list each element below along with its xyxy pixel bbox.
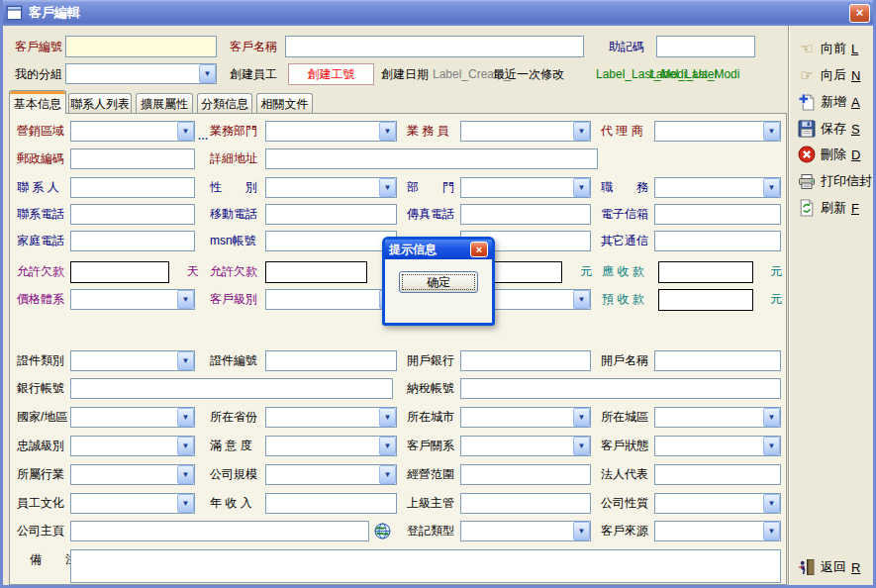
receivable-input[interactable]: [658, 261, 753, 283]
chevron-down-icon[interactable]: ▼: [177, 437, 194, 455]
refresh-button[interactable]: 刷新F: [796, 197, 861, 219]
customer-source-combo[interactable]: ▼: [654, 521, 781, 541]
fax-input[interactable]: [460, 204, 591, 225]
save-button[interactable]: 保存S: [796, 118, 862, 140]
chevron-down-icon[interactable]: ▼: [763, 178, 780, 197]
next-button[interactable]: ☞ 向后N: [796, 64, 862, 86]
district-combo[interactable]: ▼: [654, 407, 781, 428]
tax-account-input[interactable]: [460, 378, 781, 399]
contact-phone-input[interactable]: [70, 204, 195, 225]
chevron-down-icon[interactable]: ▼: [573, 408, 590, 427]
legal-person-input[interactable]: [654, 464, 781, 485]
chevron-down-icon[interactable]: ▼: [573, 122, 590, 141]
other-contact-input[interactable]: [654, 231, 781, 251]
customer-name-input[interactable]: [285, 36, 584, 57]
superior-input[interactable]: [460, 493, 591, 514]
contact-input[interactable]: [70, 177, 195, 198]
exit-door-icon: [798, 558, 816, 576]
home-phone-input[interactable]: [70, 231, 195, 251]
chevron-down-icon[interactable]: ▼: [379, 465, 396, 484]
customer-code-input[interactable]: [65, 36, 217, 57]
chevron-down-icon[interactable]: ▼: [573, 290, 590, 309]
satisfaction-combo[interactable]: ▼: [265, 436, 397, 456]
chevron-down-icon[interactable]: ▼: [763, 494, 780, 513]
create-workno-button[interactable]: 創建工號: [288, 63, 374, 85]
tab-basic-info[interactable]: 基本信息: [9, 90, 66, 114]
bank-account-input[interactable]: [70, 378, 393, 399]
tab-related-files[interactable]: 相關文件: [256, 93, 313, 114]
salesman-combo[interactable]: ▼: [460, 121, 591, 142]
ok-button[interactable]: 确定: [399, 271, 478, 293]
print-envelope-button[interactable]: 打印信封: [796, 170, 876, 192]
homepage-input[interactable]: [70, 521, 369, 541]
country-combo[interactable]: ▼: [70, 407, 195, 428]
close-button[interactable]: ×: [849, 4, 870, 23]
register-type-combo[interactable]: ▼: [460, 521, 591, 541]
gender-combo[interactable]: ▼: [265, 177, 397, 198]
address-input[interactable]: [265, 148, 598, 169]
industry-combo[interactable]: ▼: [70, 464, 195, 485]
chevron-down-icon[interactable]: ▼: [177, 122, 194, 141]
prepaid-input[interactable]: [658, 289, 753, 311]
chevron-down-icon[interactable]: ▼: [379, 122, 396, 141]
chevron-down-icon[interactable]: ▼: [379, 437, 396, 455]
my-group-combo[interactable]: ▼: [65, 63, 217, 84]
price-system-combo[interactable]: ▼: [70, 289, 195, 310]
annual-income-input[interactable]: [265, 493, 397, 514]
globe-icon[interactable]: [374, 523, 391, 539]
contact-label: 聯 系 人: [17, 177, 59, 198]
credit-days-input[interactable]: [70, 261, 169, 283]
chevron-down-icon[interactable]: ▼: [379, 178, 396, 197]
loyalty-combo[interactable]: ▼: [70, 436, 195, 456]
chevron-down-icon[interactable]: ▼: [379, 408, 396, 427]
tab-contact-list[interactable]: 聯系人列表: [68, 93, 132, 114]
postcode-input[interactable]: [70, 148, 195, 169]
add-new-button[interactable]: 新增A: [796, 91, 862, 113]
city-combo[interactable]: ▼: [460, 407, 591, 428]
sales-region-combo[interactable]: ▼: [70, 121, 195, 142]
business-scope-input[interactable]: [460, 464, 591, 485]
mobile-input[interactable]: [265, 204, 397, 225]
email-input[interactable]: [654, 204, 781, 225]
chevron-down-icon[interactable]: ▼: [177, 290, 194, 309]
chevron-down-icon[interactable]: ▼: [177, 351, 194, 370]
cert-type-combo[interactable]: ▼: [70, 350, 195, 371]
position-combo[interactable]: ▼: [654, 177, 781, 198]
credit-amount-input[interactable]: [265, 261, 367, 283]
prompt-dialog-close-button[interactable]: ×: [470, 242, 488, 257]
status-combo[interactable]: ▼: [654, 436, 781, 456]
agent-combo[interactable]: ▼: [654, 121, 781, 142]
chevron-down-icon[interactable]: ▼: [763, 408, 780, 427]
relation-combo[interactable]: ▼: [460, 436, 591, 456]
chevron-down-icon[interactable]: ▼: [763, 437, 780, 455]
business-dept-combo[interactable]: ▼: [265, 121, 397, 142]
cert-no-input[interactable]: [265, 350, 397, 371]
chevron-down-icon[interactable]: ▼: [177, 408, 194, 427]
bank-input[interactable]: [460, 350, 591, 371]
chevron-down-icon[interactable]: ▼: [573, 522, 590, 540]
chevron-down-icon[interactable]: ▼: [573, 178, 590, 197]
mnemonic-input[interactable]: [656, 36, 755, 57]
return-button[interactable]: 返回R: [796, 556, 862, 578]
chevron-down-icon[interactable]: ▼: [177, 465, 194, 484]
chevron-down-icon[interactable]: ▼: [763, 522, 780, 540]
delete-button[interactable]: 刪除D: [796, 144, 862, 165]
tab-category-info[interactable]: 分類信息: [197, 93, 252, 114]
tab-extended-attrs[interactable]: 擴展屬性: [136, 93, 193, 114]
sales-region-more-button[interactable]: …: [196, 130, 210, 141]
notes-textarea[interactable]: [70, 549, 781, 583]
chevron-down-icon[interactable]: ▼: [177, 494, 194, 513]
add-new-label: 新增: [821, 93, 846, 111]
chevron-down-icon[interactable]: ▼: [763, 122, 780, 141]
chevron-down-icon[interactable]: ▼: [573, 437, 590, 455]
customer-level-combo[interactable]: ▼: [265, 289, 397, 310]
msn-input[interactable]: [265, 231, 397, 251]
dept-combo[interactable]: ▼: [460, 177, 591, 198]
company-size-combo[interactable]: ▼: [265, 464, 397, 485]
company-nature-combo[interactable]: ▼: [654, 493, 781, 514]
bank-account-name-input[interactable]: [654, 350, 781, 371]
province-combo[interactable]: ▼: [265, 407, 397, 428]
staff-culture-combo[interactable]: ▼: [70, 493, 195, 514]
chevron-down-icon[interactable]: ▼: [199, 64, 216, 83]
previous-button[interactable]: ☜ 向前L: [796, 38, 860, 59]
